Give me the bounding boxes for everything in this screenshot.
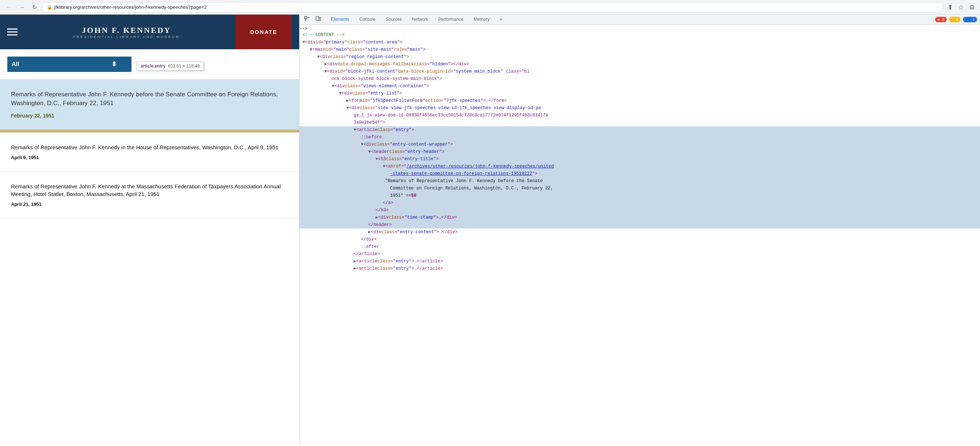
devtools-tabs: Elements Console Sources Network Perform… [326,14,508,25]
site-header: JOHN F. KENNEDY PRESIDENTIAL LIBRARY AND… [0,14,299,49]
dom-line-view-2: ge_1 js-view-dom-id-08830f4656ec33cc5015… [299,112,980,119]
filter-select[interactable]: All ⬍ [7,57,132,72]
dom-line-block-jfkl-2: ock block-system block-system-main-block… [299,75,980,83]
entry-title-1: Remarks of Representative John F. Kenned… [11,143,288,151]
share-button[interactable]: ⬆ [946,2,955,13]
dom-line-region[interactable]: ▼ <div class="region region-content"> [299,53,980,60]
tooltip-dims: 633.61 × 118.48 [167,63,199,68]
menu-button[interactable] [7,29,18,35]
warning-badge: ⚠ 2 [949,17,961,22]
donate-button[interactable]: DONATE [235,14,292,49]
devtools-panel: Elements Console Sources Network Perform… [299,14,980,446]
dom-line-view[interactable]: ▼ <div class="view view-jfk-speeches vie… [299,105,980,112]
tab-memory[interactable]: Memory [469,14,495,25]
svg-rect-0 [305,16,307,19]
tab-performance[interactable]: Performance [433,14,469,25]
filter-wrapper: All ⬍ [7,57,132,72]
inspect-element-button[interactable] [302,15,312,24]
dom-line-text-1: ... "Remarks of Representative John F. K… [299,178,980,185]
expand-dots[interactable]: ... [302,178,385,184]
entry-date-1: April 9, 1951 [11,155,288,160]
toolbar-right: ⬆ ☆ ⚙ [946,2,976,13]
entry-date-2: April 21, 1951 [11,202,288,207]
dom-line-comment: <!-- CONTENT --> [299,32,980,39]
dom-line-main[interactable]: ▼ <main id="main" class="site-main" role… [299,46,980,53]
dom-line-close-article: </article> [299,250,980,258]
element-tooltip: article.entry 633.61 × 118.48 [137,62,204,70]
tab-elements[interactable]: Elements [326,14,354,25]
tab-sources[interactable]: Sources [380,14,407,25]
extensions-button[interactable]: ⚙ [967,2,976,13]
dom-line-close-div: </div> [299,236,980,243]
svg-rect-3 [316,16,319,21]
tooltip-class: article.entry [141,63,165,68]
tab-network[interactable]: Network [407,14,433,25]
hamburger-icon [7,29,18,35]
dom-line-before: ::before [299,133,980,141]
browser-toolbar: ← → ↻ 🔒 jfklibrary.org/archives/other-re… [0,0,980,14]
url-text: jfklibrary.org/archives/other-resources/… [54,5,207,10]
tab-console[interactable]: Console [354,14,380,25]
dom-line-entry-content[interactable]: ▶ <div class="entry-content">…</div> [299,229,980,236]
dom-line-after: ::after [299,243,980,250]
error-badge: ⊗ 2 [935,17,947,22]
lock-icon: 🔒 [47,5,52,10]
filter-value: All [12,61,19,68]
dom-line-article-2[interactable]: ▶ <article class="entry">…</article> [299,258,980,265]
entry-date-0: February 22, 1951 [11,113,288,119]
dom-line-text-3: 1951" == $0 [299,192,980,199]
filter-bar: All ⬍ article.entry 633.61 × 118.48 [0,49,299,79]
dom-line-entry-header[interactable]: ▼ <header class="entry-header"> [299,148,980,156]
device-toolbar-button[interactable] [313,15,323,24]
dom-line-entry-content-wrapper[interactable]: ▼ <div class="entry-content-wrapper"> [299,141,980,148]
entry-title-0: Remarks of Representative John F. Kenned… [11,90,288,108]
reload-button[interactable]: ↻ [30,2,39,12]
entry-divider [0,130,299,132]
dom-line-close-a: </a> [299,199,980,206]
dom-line-article[interactable]: ▼ <article class="entry"> [299,126,980,133]
dom-line-h3[interactable]: ▼ <h3 class="entry-title"> [299,156,980,163]
entry-title-2: Remarks of Representative John F. Kenned… [11,183,288,198]
dom-line-article-3[interactable]: ▶ <article class="entry">…</article> [299,265,980,272]
dom-line-drupal-fallback[interactable]: ▶ <div data-drupal-messages-fallback cla… [299,60,980,68]
website-panel: JOHN F. KENNEDY PRESIDENTIAL LIBRARY AND… [0,14,299,446]
address-bar[interactable]: 🔒 jfklibrary.org/archives/other-resource… [42,2,943,13]
svg-rect-4 [319,17,321,21]
dom-line-text-2: Committee on Foreign Relations, Washingt… [299,185,980,192]
dom-line-div-primary[interactable]: ▼ <div id="primary" class="content-area"… [299,39,980,46]
main-split: JOHN F. KENNEDY PRESIDENTIAL LIBRARY AND… [0,14,980,446]
devtools-badges: ⊗ 2 ⚠ 2 🔵 1 [935,17,977,22]
tab-more[interactable]: » [495,14,508,25]
highlighted-entry[interactable]: Remarks of Representative John F. Kenned… [0,79,299,130]
logo-subtitle: PRESIDENTIAL LIBRARY AND MUSEUM [73,35,180,39]
bookmark-button[interactable]: ☆ [957,2,966,13]
entry-2[interactable]: Remarks of Representative John F. Kenned… [0,171,299,218]
devtools-content[interactable]: --> <!-- CONTENT --> ▼ <div id="primary"… [299,25,980,446]
dom-line-timestamp[interactable]: ▶ <div class="time-stamp">…</div> [299,214,980,221]
site-logo: JOHN F. KENNEDY PRESIDENTIAL LIBRARY AND… [73,25,180,39]
dom-line-block-jfkl[interactable]: ▼ <div id="block-jfkl-content" data-bloc… [299,68,980,75]
devtools-toolbar: Elements Console Sources Network Perform… [299,14,980,25]
dom-line-view-3: 3a0e2be54f"> [299,119,980,126]
entry-1[interactable]: Remarks of Representative John F. Kenned… [0,132,299,171]
info-badge: 🔵 1 [963,17,977,22]
dom-line-form[interactable]: ▶ <form id="jfkSpeechFilterForm" action=… [299,97,980,105]
forward-button[interactable]: → [17,3,27,12]
back-button[interactable]: ← [4,3,14,12]
dom-line-entry-list[interactable]: ▼ <div class="entry-list"> [299,90,980,97]
logo-title: JOHN F. KENNEDY [73,25,180,35]
filter-arrow-icon: ⬍ [111,60,117,68]
dom-line-close-h3: </h3> [299,206,980,214]
dom-line-views-container[interactable]: ▼ <div class="views-element-container"> [299,83,980,90]
dom-line-close-header: </header> [299,221,980,229]
dom-line-a-href-2: -states-senate-committee-on-foreign-rela… [299,170,980,178]
dom-line-a-href[interactable]: ▼ <a href="/archives/other-resources/joh… [299,163,980,170]
